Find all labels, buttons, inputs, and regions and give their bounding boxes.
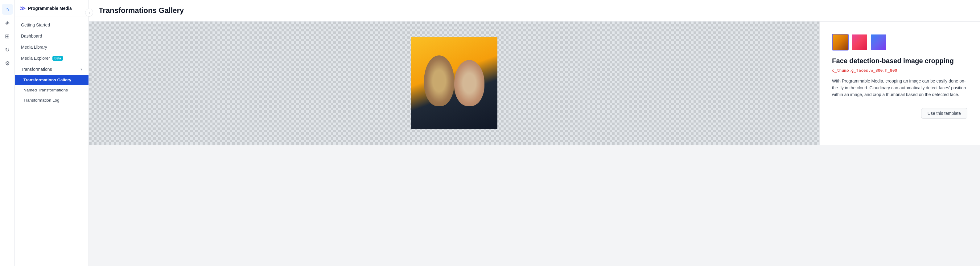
card-title: Face detection-based image cropping	[832, 57, 967, 66]
nav-label: Media Library	[21, 44, 47, 49]
thumbnail-row	[832, 34, 967, 51]
page-title: Transformations Gallery	[99, 6, 184, 15]
nav-label: Transformations	[21, 67, 52, 72]
icon-home[interactable]: ⌂	[2, 4, 13, 15]
sub-nav-label: Named Transformations	[24, 88, 68, 92]
thumbnail-2[interactable]	[851, 34, 868, 51]
sidebar-collapse-button[interactable]: ‹	[85, 9, 93, 17]
sidebar-item-named-transformations[interactable]: Named Transformations	[15, 85, 89, 95]
content-area: Face detection-based image cropping c_th…	[89, 21, 980, 266]
main-content: Transformations Gallery	[89, 0, 980, 266]
sidebar-nav: Getting Started Dashboard Media Library …	[15, 17, 89, 266]
chevron-down-icon: ▾	[81, 67, 82, 71]
sidebar-item-transformation-log[interactable]: Transformation Log	[15, 95, 89, 105]
sidebar-item-transformations-gallery[interactable]: Transformations Gallery	[15, 75, 89, 85]
sidebar-header: ≫ Programmable Media	[15, 0, 89, 17]
thumb-image-1	[833, 35, 848, 50]
icon-layers[interactable]: ◈	[2, 17, 13, 28]
icon-bar: ⌂ ◈ ⊞ ↻ ⚙	[0, 0, 15, 266]
sub-nav-label: Transformation Log	[24, 98, 59, 103]
gallery-card: Face detection-based image cropping c_th…	[89, 21, 980, 145]
sidebar-item-dashboard[interactable]: Dashboard	[15, 30, 89, 41]
sub-nav-label: Transformations Gallery	[24, 78, 71, 82]
gallery-info-panel: Face detection-based image cropping c_th…	[819, 22, 980, 145]
beta-badge: Beta	[52, 56, 63, 61]
thumb-image-3	[871, 35, 886, 50]
sidebar-item-media-library[interactable]: Media Library	[15, 41, 89, 53]
sidebar-item-transformations[interactable]: Transformations ▾	[15, 64, 89, 75]
sidebar-item-media-explorer[interactable]: Media Explorer Beta	[15, 53, 89, 64]
sidebar-title: Programmable Media	[28, 6, 72, 11]
sidebar: ≫ Programmable Media Getting Started Das…	[15, 0, 89, 266]
icon-refresh[interactable]: ↻	[2, 44, 13, 55]
nav-label: Getting Started	[21, 22, 50, 27]
gallery-image-panel	[89, 22, 819, 145]
gallery-preview-image	[411, 37, 497, 129]
programmable-media-icon: ≫	[20, 5, 25, 12]
chevron-left-icon: ‹	[89, 11, 90, 14]
icon-settings[interactable]: ⚙	[2, 58, 13, 69]
main-header: Transformations Gallery	[89, 0, 980, 21]
gallery-container: Face detection-based image cropping c_th…	[89, 21, 980, 145]
sidebar-item-getting-started[interactable]: Getting Started	[15, 19, 89, 30]
thumb-image-2	[852, 35, 867, 50]
photo-simulation	[411, 37, 497, 129]
icon-grid[interactable]: ⊞	[2, 31, 13, 42]
thumbnail-3[interactable]	[870, 34, 887, 51]
card-description: With Programmable Media, cropping an ima…	[832, 78, 967, 98]
card-code: c_thumb,g_faces,w_800,h_800	[832, 68, 967, 73]
nav-label: Media Explorer	[21, 56, 50, 61]
thumbnail-1[interactable]	[832, 34, 849, 51]
nav-label: Dashboard	[21, 33, 42, 38]
use-template-button[interactable]: Use this template	[921, 108, 967, 119]
